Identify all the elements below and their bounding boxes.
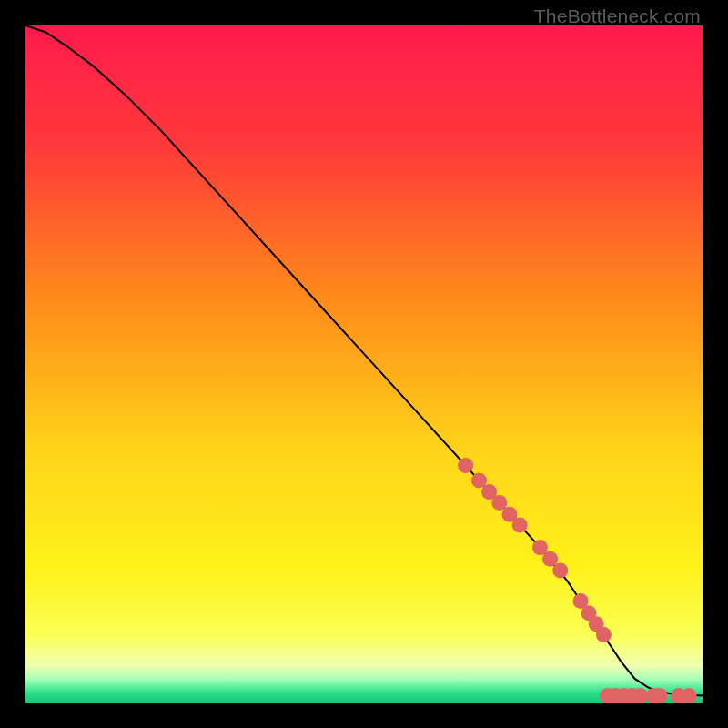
data-point xyxy=(512,518,528,533)
data-point xyxy=(458,458,473,473)
chart-svg xyxy=(25,25,703,703)
data-point xyxy=(552,562,568,578)
chart-frame: TheBottleneck.com xyxy=(0,0,728,728)
data-point xyxy=(596,627,612,642)
gradient-background xyxy=(25,25,703,703)
attribution-text: TheBottleneck.com xyxy=(534,5,701,27)
plot-area xyxy=(25,25,703,703)
